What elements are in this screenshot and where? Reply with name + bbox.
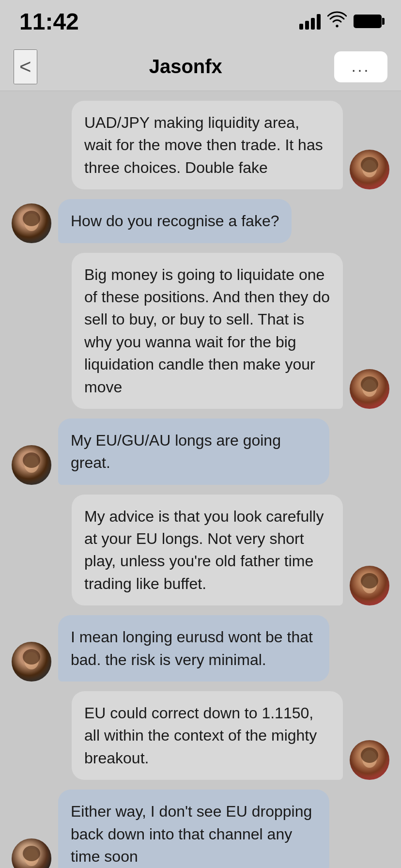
- battery-icon: [354, 15, 382, 28]
- avatar: [350, 566, 389, 605]
- wifi-icon: [327, 11, 347, 32]
- message-bubble: Either way, I don't see EU dropping back…: [58, 790, 329, 868]
- message-row: I mean longing eurusd wont be that bad. …: [12, 615, 389, 682]
- message-bubble: UAD/JPY making liquidity area, wait for …: [72, 101, 343, 189]
- message-row: Big money is going to liquidate one of t…: [12, 253, 389, 409]
- message-row: EU could correct down to 1.1150, all wit…: [12, 691, 389, 780]
- svg-point-5: [361, 376, 378, 392]
- more-button[interactable]: ...: [334, 51, 387, 82]
- message-row: UAD/JPY making liquidity area, wait for …: [12, 101, 389, 189]
- avatar: [12, 445, 51, 485]
- svg-point-1: [361, 157, 378, 172]
- message-row: My EU/GU/AU longs are going great.: [12, 418, 389, 485]
- svg-point-15: [23, 846, 40, 861]
- status-time: 11:42: [19, 8, 79, 35]
- back-button[interactable]: <: [14, 49, 37, 84]
- avatar: [350, 150, 389, 189]
- svg-point-9: [361, 573, 378, 589]
- message-row: How do you recognise a fake?: [12, 199, 389, 243]
- message-bubble: Big money is going to liquidate one of t…: [72, 253, 343, 409]
- message-row: Either way, I don't see EU dropping back…: [12, 790, 389, 868]
- message-bubble: My EU/GU/AU longs are going great.: [58, 418, 329, 485]
- message-bubble: I mean longing eurusd wont be that bad. …: [58, 615, 329, 682]
- svg-point-13: [361, 747, 378, 763]
- message-row: My advice is that you look carefully at …: [12, 495, 389, 606]
- header: < Jasonfx ...: [0, 43, 401, 91]
- message-bubble: EU could correct down to 1.1150, all wit…: [72, 691, 343, 780]
- chat-title: Jasonfx: [149, 56, 222, 78]
- avatar: [12, 642, 51, 682]
- avatar: [12, 838, 51, 868]
- chat-area: UAD/JPY making liquidity area, wait for …: [0, 91, 401, 868]
- status-bar: 11:42: [0, 0, 401, 43]
- avatar: [350, 740, 389, 780]
- svg-point-3: [23, 211, 40, 226]
- message-bubble: How do you recognise a fake?: [58, 199, 292, 243]
- message-bubble: My advice is that you look carefully at …: [72, 495, 343, 606]
- status-icons: [299, 11, 382, 32]
- svg-point-7: [23, 452, 40, 468]
- svg-point-11: [23, 649, 40, 665]
- avatar: [350, 369, 389, 409]
- avatar: [12, 203, 51, 243]
- signal-icon: [299, 13, 321, 30]
